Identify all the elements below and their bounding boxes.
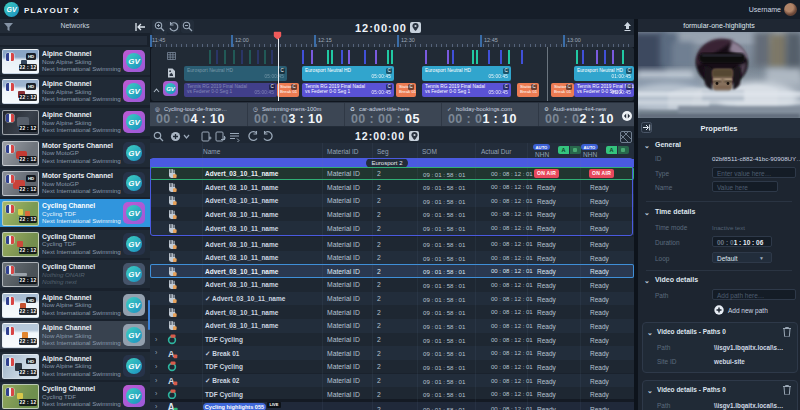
svg-text:GV: GV [128, 331, 140, 340]
svg-text:GV: GV [128, 270, 140, 279]
svg-text:GV: GV [128, 57, 140, 66]
svg-text:GV: GV [128, 149, 140, 158]
svg-text:GV: GV [166, 86, 176, 92]
svg-text:GV: GV [128, 118, 140, 127]
svg-text:GV: GV [128, 392, 140, 401]
svg-text:GV: GV [128, 87, 140, 96]
svg-text:GV: GV [128, 209, 140, 218]
svg-text:GV: GV [128, 179, 140, 188]
svg-text:GV: GV [128, 301, 140, 310]
svg-text:A: A [168, 402, 175, 410]
svg-text:GV: GV [128, 240, 140, 249]
svg-text:GV: GV [128, 362, 140, 371]
svg-text:GV: GV [6, 6, 17, 13]
